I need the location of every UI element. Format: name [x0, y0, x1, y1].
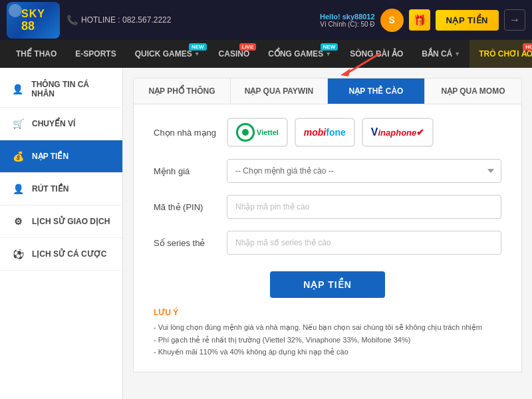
- chevron-down-icon: ▼: [194, 51, 200, 57]
- sidebar-item-chuyen-vi[interactable]: 🛒 CHUYỂN VÍ: [0, 108, 122, 140]
- logo-number: 88: [21, 20, 45, 32]
- so-series-input[interactable]: [227, 231, 501, 255]
- ma-the-label: Mã thẻ (PIN): [154, 202, 227, 212]
- notes-text: - Vui lòng chọn đúng mệnh giá và nhà mạn…: [154, 321, 501, 358]
- notes-title: LƯU Ý: [154, 308, 501, 317]
- submit-button[interactable]: NẠP TIỀN: [270, 271, 385, 298]
- sidebar: 👤 THÔNG TIN CÁ NHÂN 🛒 CHUYỂN VÍ 💰 NẠP TI…: [0, 68, 123, 399]
- nav-item-song-bai-ao[interactable]: SÒNG BÀI ẢO: [340, 40, 412, 68]
- vinaphone-v: V: [371, 126, 378, 138]
- tab-bar: NẠP PHỔ THÔNG NẠP QUA PAYWIN NẠP THẺ CÀO…: [133, 78, 522, 104]
- logo: SKY 88: [7, 2, 60, 39]
- hotline-text: HOTLINE : 082.567.2222: [81, 15, 171, 25]
- viettel-option[interactable]: Viettel: [227, 118, 288, 147]
- mobifone-text: mobi: [304, 127, 326, 138]
- gift-button[interactable]: 🎁: [409, 9, 430, 31]
- user-icon: 👤: [11, 82, 25, 96]
- user-balance: Ví Chính (C): 50 Đ: [320, 21, 375, 28]
- sidebar-item-lich-su-giao-dich[interactable]: ⚙ LỊCH SỬ GIAO DỊCH: [0, 205, 122, 238]
- vinaphone-option[interactable]: Vinaphone✔: [362, 118, 434, 147]
- nap-tien-header-button[interactable]: NẠP TIỀN: [436, 10, 499, 31]
- submit-row: NẠP TIỀN: [154, 271, 501, 298]
- live-badge: LIVE: [239, 43, 257, 51]
- menh-gia-label: Mệnh giá: [154, 166, 227, 176]
- nav-item-quick-games[interactable]: QUICK GAMES ▼ NEW: [126, 40, 209, 68]
- note-item-2: - Phí gạch thẻ rẻ nhất thị trường (Viett…: [154, 334, 501, 346]
- ma-the-input[interactable]: [227, 195, 501, 219]
- notes-section: LƯU Ý - Vui lòng chọn đúng mệnh giá và n…: [154, 308, 501, 358]
- avatar: S: [380, 9, 404, 32]
- user-name: Hello! sky88012: [320, 13, 375, 21]
- content-area: NẠP PHỔ THÔNG NẠP QUA PAYWIN NẠP THẺ CÀO…: [123, 68, 532, 399]
- logout-button[interactable]: →: [504, 9, 525, 31]
- withdraw-icon: 👤: [11, 182, 25, 196]
- hotline: 📞 HOTLINE : 082.567.2222: [66, 15, 171, 25]
- sidebar-item-thong-tin-ca-nhan[interactable]: 👤 THÔNG TIN CÁ NHÂN: [0, 71, 122, 108]
- main-content: 👤 THÔNG TIN CÁ NHÂN 🛒 CHUYỂN VÍ 💰 NẠP TI…: [0, 68, 532, 399]
- tab-nap-qua-momo[interactable]: NẠP QUA MOMO: [425, 78, 521, 104]
- sidebar-item-lich-su-ca-cuoc[interactable]: ⚽ LỊCH SỬ CÁ CƯỢC: [0, 238, 122, 271]
- so-series-control: [227, 231, 501, 255]
- hot-badge: HOT: [523, 43, 532, 51]
- viettel-circle: [236, 123, 255, 142]
- tab-nap-the-cao[interactable]: NẠP THẺ CÀO: [328, 78, 425, 104]
- menh-gia-control: -- Chọn mệnh giá thẻ cào --: [227, 159, 501, 183]
- nav-item-cong-games[interactable]: CỔNG GAMES ▼ NEW: [259, 40, 340, 68]
- mobifone-dot: fone: [326, 127, 346, 138]
- viettel-text: Viettel: [257, 128, 279, 136]
- nav-item-tro-choi-ao[interactable]: TRÒ CHƠI ẢO HOT: [469, 40, 532, 68]
- so-series-row: Số series thẻ: [154, 231, 501, 255]
- nav-item-the-thao[interactable]: THỂ THAO: [7, 40, 66, 68]
- nav-item-ban-ca[interactable]: BẮN CÁ ▼: [412, 40, 469, 68]
- new-badge: NEW: [189, 43, 207, 51]
- bet-history-icon: ⚽: [11, 247, 25, 261]
- ma-the-row: Mã thẻ (PIN): [154, 195, 501, 219]
- note-item-1: - Vui lòng chọn đúng mệnh giá và nhà mạn…: [154, 321, 501, 334]
- header: SKY 88 📞 HOTLINE : 082.567.2222 Hello! s…: [0, 0, 532, 40]
- user-info: Hello! sky88012 Ví Chính (C): 50 Đ: [320, 13, 375, 28]
- header-right: Hello! sky88012 Ví Chính (C): 50 Đ S 🎁 N…: [320, 9, 525, 32]
- nav-item-e-sports[interactable]: E-SPORTS: [66, 40, 125, 68]
- new-badge-2: NEW: [321, 43, 338, 51]
- menh-gia-row: Mệnh giá -- Chọn mệnh giá thẻ cào --: [154, 159, 501, 183]
- note-item-3: - Khuyến mãi 110% và 40% không áp dụng k…: [154, 346, 501, 358]
- sidebar-item-nap-tien[interactable]: 💰 NẠP TIỀN: [0, 140, 122, 173]
- chevron-down-icon-3: ▼: [454, 51, 460, 57]
- so-series-label: Số series thẻ: [154, 238, 227, 248]
- viettel-logo: Viettel: [236, 123, 279, 142]
- sidebar-item-rut-tien[interactable]: 👤 RÚT TIỀN: [0, 173, 122, 205]
- phone-icon: 📞: [66, 15, 78, 25]
- nav-item-casino[interactable]: CASINO LIVE: [209, 40, 259, 68]
- history-icon: ⚙: [11, 214, 25, 229]
- wallet-icon: 🛒: [11, 116, 25, 131]
- navigation: THỂ THAO E-SPORTS QUICK GAMES ▼ NEW CASI…: [0, 40, 532, 68]
- money-icon: 💰: [11, 149, 25, 164]
- logo-text: SKY: [21, 8, 45, 20]
- viettel-inner: [242, 129, 249, 136]
- chevron-down-icon-2: ▼: [325, 51, 331, 57]
- tab-nap-pho-thong[interactable]: NẠP PHỔ THÔNG: [134, 78, 231, 104]
- vinaphone-tm: ✔: [416, 127, 424, 138]
- network-row: Chọn nhà mạng Viettel mobifone: [154, 118, 501, 147]
- network-options: Viettel mobifone Vinaphone✔: [227, 118, 501, 147]
- tab-nap-qua-paywin[interactable]: NẠP QUA PAYWIN: [231, 78, 328, 104]
- form-container: Chọn nhà mạng Viettel mobifone: [133, 104, 522, 372]
- menh-gia-select[interactable]: -- Chọn mệnh giá thẻ cào --: [227, 159, 501, 183]
- chon-nha-mang-label: Chọn nhà mạng: [154, 128, 227, 138]
- mobifone-option[interactable]: mobifone: [295, 118, 355, 147]
- vinaphone-text: inaphone: [378, 128, 417, 138]
- ma-the-control: [227, 195, 501, 219]
